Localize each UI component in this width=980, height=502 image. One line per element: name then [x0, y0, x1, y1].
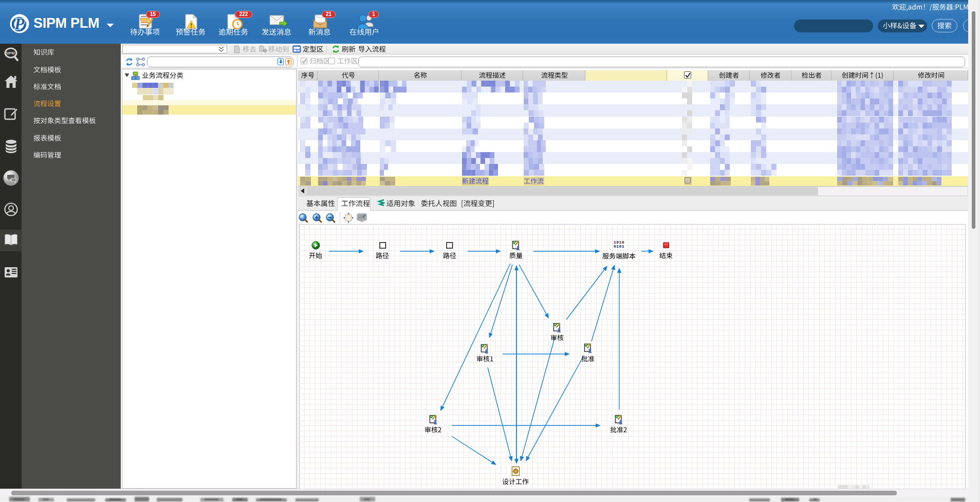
- svg-text:P: P: [14, 14, 25, 33]
- svg-text:SIPM: SIPM: [6, 51, 15, 55]
